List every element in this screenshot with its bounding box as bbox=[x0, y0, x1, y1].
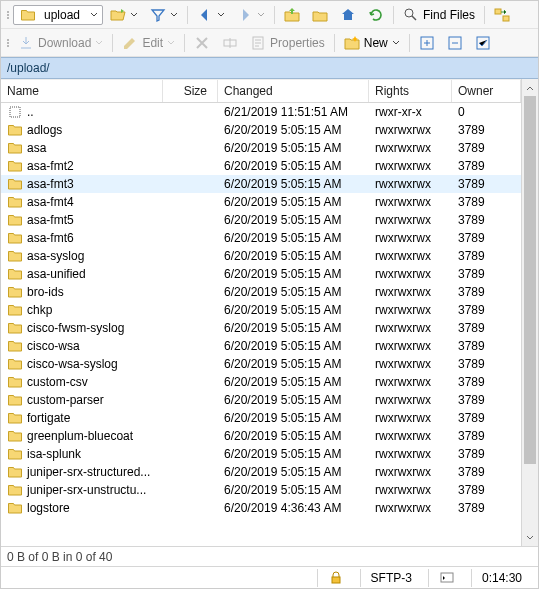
encryption-cell[interactable] bbox=[317, 569, 354, 587]
path-bar[interactable]: /upload/ bbox=[1, 57, 538, 79]
forward-button[interactable] bbox=[232, 4, 270, 26]
root-dir-button[interactable] bbox=[307, 4, 333, 26]
download-button[interactable]: Download bbox=[13, 32, 108, 54]
file-owner: 3789 bbox=[452, 158, 521, 174]
table-row[interactable]: greenplum-bluecoat6/20/2019 5:05:15 AMrw… bbox=[1, 427, 521, 445]
download-icon bbox=[18, 35, 34, 51]
scroll-track[interactable] bbox=[522, 96, 538, 529]
edit-button[interactable]: Edit bbox=[117, 32, 180, 54]
sync-icon bbox=[494, 7, 510, 23]
table-row[interactable]: cisco-wsa-syslog6/20/2019 5:05:15 AMrwxr… bbox=[1, 355, 521, 373]
toolbar-file: Download Edit Properties New bbox=[1, 29, 538, 57]
collapse-button[interactable] bbox=[442, 32, 468, 54]
arrow-right-icon bbox=[237, 7, 253, 23]
table-row[interactable]: custom-parser6/20/2019 5:05:15 AMrwxrwxr… bbox=[1, 391, 521, 409]
table-row[interactable]: asa-fmt26/20/2019 5:05:15 AMrwxrwxrwx378… bbox=[1, 157, 521, 175]
table-row[interactable]: asa-fmt56/20/2019 5:05:15 AMrwxrwxrwx378… bbox=[1, 211, 521, 229]
back-button[interactable] bbox=[192, 4, 230, 26]
protocol-cell[interactable]: SFTP-3 bbox=[360, 569, 422, 587]
table-row[interactable]: custom-csv6/20/2019 5:05:15 AMrwxrwxrwx3… bbox=[1, 373, 521, 391]
toolbar-grip[interactable] bbox=[5, 11, 11, 19]
col-changed[interactable]: Changed bbox=[218, 80, 369, 102]
file-name: chkp bbox=[27, 303, 52, 317]
table-row[interactable]: logstore6/20/2019 4:36:43 AMrwxrwxrwx378… bbox=[1, 499, 521, 517]
table-row[interactable]: cisco-fwsm-syslog6/20/2019 5:05:15 AMrwx… bbox=[1, 319, 521, 337]
open-dir-button[interactable] bbox=[105, 4, 143, 26]
scroll-up-button[interactable] bbox=[522, 79, 538, 96]
folder-icon bbox=[7, 320, 23, 336]
scroll-down-button[interactable] bbox=[522, 529, 538, 546]
folder-icon bbox=[7, 464, 23, 480]
file-owner: 3789 bbox=[452, 176, 521, 192]
table-row[interactable]: chkp6/20/2019 5:05:15 AMrwxrwxrwx3789 bbox=[1, 301, 521, 319]
col-rights[interactable]: Rights bbox=[369, 80, 452, 102]
rename-button[interactable] bbox=[217, 32, 243, 54]
table-row[interactable]: ..6/21/2019 11:51:51 AMrwxr-xr-x0 bbox=[1, 103, 521, 121]
table-row[interactable]: juniper-srx-structured...6/20/2019 5:05:… bbox=[1, 463, 521, 481]
chevron-down-icon bbox=[167, 39, 175, 47]
col-owner[interactable]: Owner bbox=[452, 80, 521, 102]
table-row[interactable]: adlogs6/20/2019 5:05:15 AMrwxrwxrwx3789 bbox=[1, 121, 521, 139]
col-size[interactable]: Size bbox=[163, 80, 218, 102]
file-rights: rwxrwxrwx bbox=[369, 392, 452, 408]
file-owner: 3789 bbox=[452, 446, 521, 462]
file-panel: Name Size Changed Rights Owner ..6/21/20… bbox=[1, 79, 538, 546]
table-row[interactable]: asa-fmt66/20/2019 5:05:15 AMrwxrwxrwx378… bbox=[1, 229, 521, 247]
folder-icon bbox=[7, 122, 23, 138]
sync-browse-button[interactable] bbox=[489, 4, 515, 26]
expand-button[interactable] bbox=[414, 32, 440, 54]
refresh-button[interactable] bbox=[363, 4, 389, 26]
session-cell[interactable] bbox=[428, 569, 465, 587]
folder-icon bbox=[7, 374, 23, 390]
file-rights: rwxrwxrwx bbox=[369, 302, 452, 318]
table-row[interactable]: asa-fmt36/20/2019 5:05:15 AMrwxrwxrwx378… bbox=[1, 175, 521, 193]
separator bbox=[409, 34, 410, 52]
table-row[interactable]: fortigate6/20/2019 5:05:15 AMrwxrwxrwx37… bbox=[1, 409, 521, 427]
table-row[interactable]: juniper-srx-unstructu...6/20/2019 5:05:1… bbox=[1, 481, 521, 499]
separator bbox=[112, 34, 113, 52]
new-button[interactable]: New bbox=[339, 32, 405, 54]
file-size bbox=[163, 255, 218, 257]
table-row[interactable]: asa6/20/2019 5:05:15 AMrwxrwxrwx3789 bbox=[1, 139, 521, 157]
refresh-icon bbox=[368, 7, 384, 23]
folder-icon bbox=[7, 158, 23, 174]
file-changed: 6/20/2019 5:05:15 AM bbox=[218, 392, 369, 408]
select-all-button[interactable] bbox=[470, 32, 496, 54]
rows-container: ..6/21/2019 11:51:51 AMrwxr-xr-x0adlogs6… bbox=[1, 103, 521, 539]
file-owner: 3789 bbox=[452, 266, 521, 282]
table-row[interactable]: isa-splunk6/20/2019 5:05:15 AMrwxrwxrwx3… bbox=[1, 445, 521, 463]
file-changed: 6/20/2019 5:05:15 AM bbox=[218, 338, 369, 354]
col-name[interactable]: Name bbox=[1, 80, 163, 102]
vertical-scrollbar[interactable] bbox=[521, 79, 538, 546]
filter-button[interactable] bbox=[145, 4, 183, 26]
folder-icon bbox=[7, 410, 23, 426]
properties-button[interactable]: Properties bbox=[245, 32, 330, 54]
file-rights: rwxrwxrwx bbox=[369, 284, 452, 300]
folder-icon bbox=[20, 7, 36, 23]
table-row[interactable]: asa-unified6/20/2019 5:05:15 AMrwxrwxrwx… bbox=[1, 265, 521, 283]
table-row[interactable]: bro-ids6/20/2019 5:05:15 AMrwxrwxrwx3789 bbox=[1, 283, 521, 301]
delete-button[interactable] bbox=[189, 32, 215, 54]
address-combo[interactable]: upload bbox=[13, 5, 103, 25]
folder-icon bbox=[7, 140, 23, 156]
table-row[interactable]: asa-syslog6/20/2019 5:05:15 AMrwxrwxrwx3… bbox=[1, 247, 521, 265]
terminal-icon bbox=[439, 570, 455, 586]
minus-box-icon bbox=[447, 35, 463, 51]
table-row[interactable]: cisco-wsa6/20/2019 5:05:15 AMrwxrwxrwx37… bbox=[1, 337, 521, 355]
home-button[interactable] bbox=[335, 4, 361, 26]
time-cell[interactable]: 0:14:30 bbox=[471, 569, 532, 587]
scroll-thumb[interactable] bbox=[524, 96, 536, 464]
file-changed: 6/20/2019 5:05:15 AM bbox=[218, 464, 369, 480]
parent-dir-button[interactable] bbox=[279, 4, 305, 26]
file-changed: 6/20/2019 5:05:15 AM bbox=[218, 194, 369, 210]
file-size bbox=[163, 327, 218, 329]
file-changed: 6/20/2019 5:05:15 AM bbox=[218, 428, 369, 444]
folder-icon bbox=[7, 500, 23, 516]
table-row[interactable]: asa-fmt46/20/2019 5:05:15 AMrwxrwxrwx378… bbox=[1, 193, 521, 211]
file-changed: 6/20/2019 5:05:15 AM bbox=[218, 356, 369, 372]
chevron-down-icon bbox=[130, 11, 138, 19]
file-changed: 6/20/2019 5:05:15 AM bbox=[218, 374, 369, 390]
toolbar-grip[interactable] bbox=[5, 39, 11, 47]
folder-root-icon bbox=[312, 7, 328, 23]
find-files-button[interactable]: Find Files bbox=[398, 4, 480, 26]
